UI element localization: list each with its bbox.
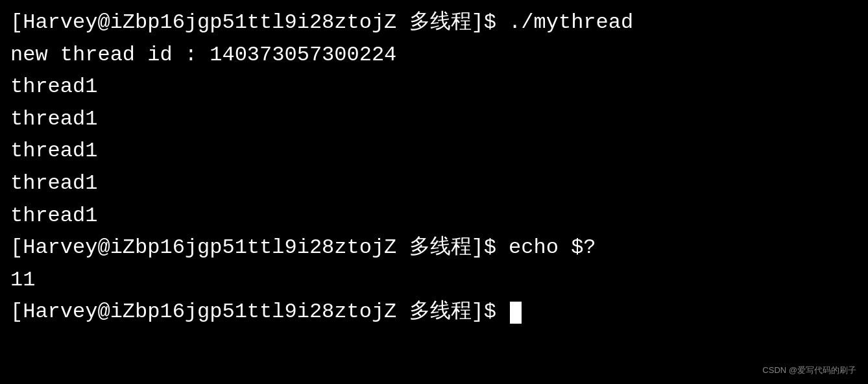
terminal-line: thread1 [10, 167, 858, 200]
terminal-line: thread1 [10, 135, 858, 167]
terminal-line: new thread id : 140373057300224 [10, 39, 858, 71]
terminal-line: thread1 [10, 103, 858, 136]
terminal-line: thread1 [10, 71, 858, 103]
terminal-window[interactable]: [Harvey@iZbp16jgp51ttl9i28ztojZ 多线程]$ ./… [0, 0, 868, 384]
terminal-line: [Harvey@iZbp16jgp51ttl9i28ztojZ 多线程]$ ec… [10, 232, 858, 264]
terminal-line: [Harvey@iZbp16jgp51ttl9i28ztojZ 多线程]$ [10, 296, 858, 328]
terminal-cursor [510, 302, 522, 324]
terminal-line: 11 [10, 264, 858, 296]
watermark: CSDN @爱写代码的刷子 [762, 365, 856, 376]
terminal-line: thread1 [10, 200, 858, 232]
terminal-line: [Harvey@iZbp16jgp51ttl9i28ztojZ 多线程]$ ./… [10, 6, 858, 39]
terminal-output: [Harvey@iZbp16jgp51ttl9i28ztojZ 多线程]$ ./… [10, 6, 858, 328]
